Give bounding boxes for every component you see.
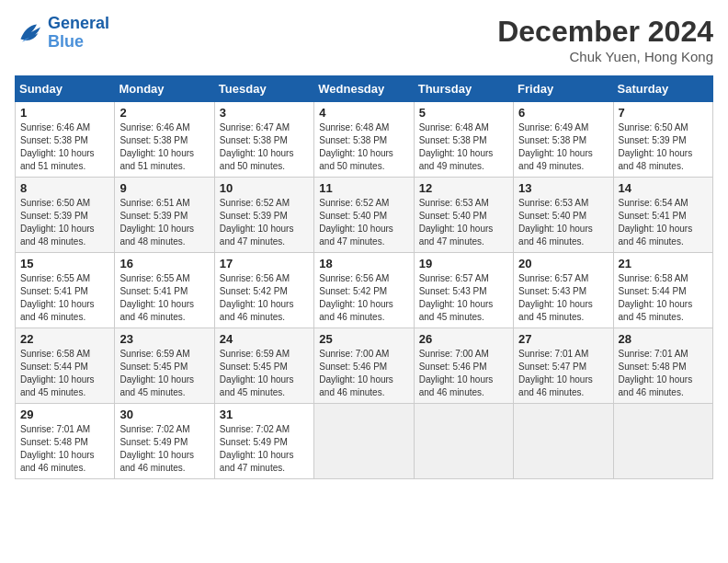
logo-blue: Blue (48, 32, 84, 51)
day-info: Sunrise: 6:56 AM Sunset: 5:42 PM Dayligh… (319, 272, 408, 324)
table-row: 5Sunrise: 6:48 AM Sunset: 5:38 PM Daylig… (414, 102, 513, 178)
calendar-week-row: 15Sunrise: 6:55 AM Sunset: 5:41 PM Dayli… (16, 253, 713, 328)
day-info: Sunrise: 6:59 AM Sunset: 5:45 PM Dayligh… (220, 348, 309, 399)
table-row: 29Sunrise: 7:01 AM Sunset: 5:48 PM Dayli… (16, 404, 115, 479)
day-number: 12 (419, 181, 508, 195)
col-sunday: Sunday (16, 76, 115, 102)
day-info: Sunrise: 7:00 AM Sunset: 5:46 PM Dayligh… (419, 348, 508, 399)
col-thursday: Thursday (414, 76, 513, 102)
table-row: 16Sunrise: 6:55 AM Sunset: 5:41 PM Dayli… (115, 253, 214, 328)
logo: General Blue (15, 15, 109, 52)
table-row: 8Sunrise: 6:50 AM Sunset: 5:39 PM Daylig… (16, 178, 115, 253)
day-number: 6 (518, 106, 608, 120)
day-number: 31 (220, 408, 309, 421)
table-row: 30Sunrise: 7:02 AM Sunset: 5:49 PM Dayli… (115, 404, 214, 479)
table-row: 7Sunrise: 6:50 AM Sunset: 5:39 PM Daylig… (613, 102, 712, 178)
table-row: 21Sunrise: 6:58 AM Sunset: 5:44 PM Dayli… (613, 253, 712, 328)
day-info: Sunrise: 6:48 AM Sunset: 5:38 PM Dayligh… (419, 121, 508, 173)
day-info: Sunrise: 6:58 AM Sunset: 5:44 PM Dayligh… (619, 272, 708, 324)
main-title: December 2024 (497, 15, 713, 49)
day-number: 9 (119, 181, 209, 195)
table-row (514, 404, 613, 479)
day-info: Sunrise: 6:46 AM Sunset: 5:38 PM Dayligh… (119, 121, 209, 173)
day-number: 23 (119, 332, 209, 346)
logo-general: General (48, 14, 109, 32)
day-number: 3 (220, 106, 309, 120)
table-row: 19Sunrise: 6:57 AM Sunset: 5:43 PM Dayli… (414, 253, 513, 328)
col-wednesday: Wednesday (314, 76, 414, 102)
table-row: 11Sunrise: 6:52 AM Sunset: 5:40 PM Dayli… (314, 178, 414, 253)
day-number: 1 (20, 106, 109, 120)
day-info: Sunrise: 6:49 AM Sunset: 5:38 PM Dayligh… (518, 121, 608, 173)
day-number: 21 (619, 257, 708, 270)
table-row: 22Sunrise: 6:58 AM Sunset: 5:44 PM Dayli… (16, 328, 115, 404)
calendar-header-row: Sunday Monday Tuesday Wednesday Thursday… (16, 76, 713, 102)
table-row: 28Sunrise: 7:01 AM Sunset: 5:48 PM Dayli… (613, 328, 712, 404)
day-info: Sunrise: 6:46 AM Sunset: 5:38 PM Dayligh… (20, 121, 109, 173)
col-tuesday: Tuesday (214, 76, 313, 102)
day-number: 8 (20, 181, 109, 195)
day-info: Sunrise: 6:53 AM Sunset: 5:40 PM Dayligh… (518, 197, 608, 248)
table-row: 20Sunrise: 6:57 AM Sunset: 5:43 PM Dayli… (514, 253, 613, 328)
table-row: 6Sunrise: 6:49 AM Sunset: 5:38 PM Daylig… (514, 102, 613, 178)
table-row: 4Sunrise: 6:48 AM Sunset: 5:38 PM Daylig… (314, 102, 414, 178)
table-row: 3Sunrise: 6:47 AM Sunset: 5:38 PM Daylig… (214, 102, 313, 178)
calendar-week-row: 22Sunrise: 6:58 AM Sunset: 5:44 PM Dayli… (16, 328, 713, 404)
calendar-table: Sunday Monday Tuesday Wednesday Thursday… (15, 75, 713, 479)
day-info: Sunrise: 6:50 AM Sunset: 5:39 PM Dayligh… (619, 121, 708, 173)
day-number: 4 (319, 106, 408, 120)
day-number: 28 (619, 332, 708, 346)
table-row (314, 404, 414, 479)
table-row: 14Sunrise: 6:54 AM Sunset: 5:41 PM Dayli… (613, 178, 712, 253)
logo-text: General Blue (48, 15, 109, 52)
day-number: 24 (220, 332, 309, 346)
day-number: 5 (419, 106, 508, 120)
table-row: 12Sunrise: 6:53 AM Sunset: 5:40 PM Dayli… (414, 178, 513, 253)
day-number: 17 (220, 257, 309, 270)
day-number: 26 (419, 332, 508, 346)
day-info: Sunrise: 6:55 AM Sunset: 5:41 PM Dayligh… (20, 272, 109, 324)
day-number: 7 (619, 106, 708, 120)
day-info: Sunrise: 6:54 AM Sunset: 5:41 PM Dayligh… (619, 197, 708, 248)
col-monday: Monday (115, 76, 214, 102)
day-info: Sunrise: 7:00 AM Sunset: 5:46 PM Dayligh… (319, 348, 408, 399)
logo-icon (15, 18, 44, 48)
table-row: 25Sunrise: 7:00 AM Sunset: 5:46 PM Dayli… (314, 328, 414, 404)
calendar-week-row: 29Sunrise: 7:01 AM Sunset: 5:48 PM Dayli… (16, 404, 713, 479)
table-row (613, 404, 712, 479)
day-number: 15 (20, 257, 109, 270)
day-number: 14 (619, 181, 708, 195)
day-info: Sunrise: 6:53 AM Sunset: 5:40 PM Dayligh… (419, 197, 508, 248)
day-number: 11 (319, 181, 408, 195)
col-saturday: Saturday (613, 76, 712, 102)
table-row: 9Sunrise: 6:51 AM Sunset: 5:39 PM Daylig… (115, 178, 214, 253)
day-info: Sunrise: 6:48 AM Sunset: 5:38 PM Dayligh… (319, 121, 408, 173)
day-info: Sunrise: 6:50 AM Sunset: 5:39 PM Dayligh… (20, 197, 109, 248)
table-row: 13Sunrise: 6:53 AM Sunset: 5:40 PM Dayli… (514, 178, 613, 253)
table-row: 31Sunrise: 7:02 AM Sunset: 5:49 PM Dayli… (214, 404, 313, 479)
day-info: Sunrise: 6:51 AM Sunset: 5:39 PM Dayligh… (119, 197, 209, 248)
day-number: 27 (518, 332, 608, 346)
page-header: General Blue December 2024 Chuk Yuen, Ho… (15, 15, 713, 64)
day-info: Sunrise: 6:58 AM Sunset: 5:44 PM Dayligh… (20, 348, 109, 399)
day-info: Sunrise: 6:57 AM Sunset: 5:43 PM Dayligh… (419, 272, 508, 324)
subtitle: Chuk Yuen, Hong Kong (497, 49, 713, 64)
table-row: 27Sunrise: 7:01 AM Sunset: 5:47 PM Dayli… (514, 328, 613, 404)
calendar-week-row: 1Sunrise: 6:46 AM Sunset: 5:38 PM Daylig… (16, 102, 713, 178)
day-number: 30 (119, 408, 209, 421)
table-row: 1Sunrise: 6:46 AM Sunset: 5:38 PM Daylig… (16, 102, 115, 178)
day-info: Sunrise: 7:02 AM Sunset: 5:49 PM Dayligh… (220, 423, 309, 475)
day-number: 2 (119, 106, 209, 120)
day-number: 10 (220, 181, 309, 195)
day-info: Sunrise: 7:01 AM Sunset: 5:47 PM Dayligh… (518, 348, 608, 399)
table-row: 23Sunrise: 6:59 AM Sunset: 5:45 PM Dayli… (115, 328, 214, 404)
table-row: 26Sunrise: 7:00 AM Sunset: 5:46 PM Dayli… (414, 328, 513, 404)
day-info: Sunrise: 6:47 AM Sunset: 5:38 PM Dayligh… (220, 121, 309, 173)
title-block: December 2024 Chuk Yuen, Hong Kong (497, 15, 713, 64)
day-number: 20 (518, 257, 608, 270)
table-row: 15Sunrise: 6:55 AM Sunset: 5:41 PM Dayli… (16, 253, 115, 328)
table-row: 18Sunrise: 6:56 AM Sunset: 5:42 PM Dayli… (314, 253, 414, 328)
table-row: 10Sunrise: 6:52 AM Sunset: 5:39 PM Dayli… (214, 178, 313, 253)
table-row (414, 404, 513, 479)
day-info: Sunrise: 7:01 AM Sunset: 5:48 PM Dayligh… (20, 423, 109, 475)
